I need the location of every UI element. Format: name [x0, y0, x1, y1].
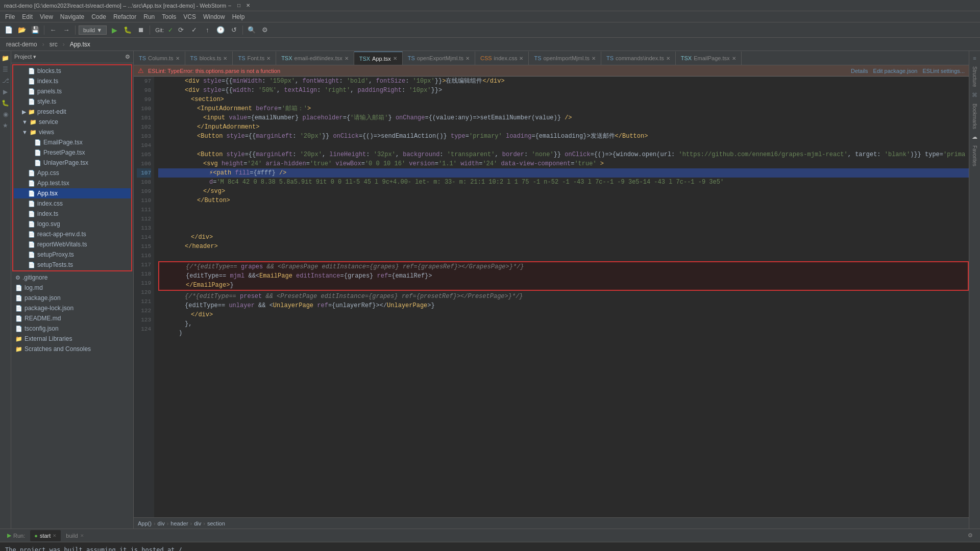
build-selector[interactable]: build ▼	[79, 26, 107, 35]
bottom-tab-start[interactable]: ● start ✕	[30, 530, 61, 541]
tab-email-edit[interactable]: TSX email-edit\index.tsx ✕	[276, 52, 354, 65]
tree-item-style-ts[interactable]: 📄 style.ts	[14, 96, 131, 107]
code-line[interactable]: </header>	[158, 242, 969, 251]
tree-item-package-lock[interactable]: 📄 package-lock.json	[11, 303, 133, 313]
tree-item-setupproxy[interactable]: 📄 setupProxy.ts	[14, 249, 131, 260]
sidebar-project-icon[interactable]: 📁	[1, 53, 11, 63]
tab-open-import[interactable]: TS openImportMjml.ts ✕	[529, 52, 601, 65]
tab-close-icon-2[interactable]: ✕	[223, 56, 227, 61]
git-history-button[interactable]: 🕐	[215, 24, 226, 36]
nav-react-demo[interactable]: react-demo	[4, 40, 39, 49]
new-file-button[interactable]: 📄	[3, 24, 14, 36]
error-eslint-settings-link[interactable]: ESLint settings...	[922, 68, 965, 74]
code-line[interactable]: </Button>	[158, 196, 969, 205]
start-tab-close[interactable]: ✕	[53, 533, 57, 538]
tree-item-reportweb[interactable]: 📄 reportWebVitals.ts	[14, 239, 131, 249]
tree-item-views[interactable]: ▼ 📁 views	[14, 127, 131, 137]
tree-item-scratches[interactable]: 📁 Scratches and Consoles	[11, 344, 133, 354]
code-line[interactable]: },	[158, 319, 969, 329]
tree-item-emailpage[interactable]: 📄 EmailPage.tsx	[14, 137, 131, 147]
rollback-button[interactable]: ↺	[228, 24, 239, 36]
file-tree-settings-icon[interactable]: ⚙	[125, 54, 130, 60]
code-line[interactable]	[158, 214, 969, 223]
menu-help[interactable]: Help	[229, 12, 248, 21]
code-line[interactable]: </div>	[158, 310, 969, 319]
forward-button[interactable]: →	[61, 24, 72, 36]
nav-src[interactable]: src	[47, 40, 60, 49]
bottom-tab-run[interactable]: ▶ Run:	[3, 530, 29, 541]
code-line[interactable]: <div style={{minWidth: '150px', fontWeig…	[158, 77, 969, 86]
tab-close-icon-4[interactable]: ✕	[345, 56, 349, 61]
git-update-button[interactable]: ⟳	[175, 24, 186, 36]
sidebar-structure-icon[interactable]: ☰	[1, 64, 11, 74]
bc-app[interactable]: App()	[138, 520, 152, 527]
tree-item-setuptests[interactable]: 📄 setupTests.ts	[14, 260, 131, 270]
code-line[interactable]: )	[158, 329, 969, 338]
menu-navigate[interactable]: Navigate	[57, 12, 87, 21]
bc-div[interactable]: div	[158, 520, 165, 527]
git-commit-button[interactable]: ✓	[188, 24, 200, 36]
search-button[interactable]: 🔍	[246, 24, 257, 36]
build-tab-close[interactable]: ✕	[80, 533, 84, 538]
code-line[interactable]: <InputAdornment before='邮箱：'>	[158, 104, 969, 113]
tab-close-icon-3[interactable]: ✕	[266, 56, 271, 61]
code-line[interactable]: ⚡ <path fill={#fff} />	[158, 168, 969, 178]
open-button[interactable]: 📂	[16, 24, 28, 36]
code-line[interactable]: d='M 8c4 42 0 8.38 5.8a5.9it 9it 0 0 1l-…	[158, 178, 969, 187]
error-details-link[interactable]: Details	[851, 68, 868, 74]
right-icon-3[interactable]: ☁	[970, 132, 980, 142]
tree-item-index-ts[interactable]: 📄 index.ts	[14, 76, 131, 86]
tree-item-logo-svg[interactable]: 📄 logo.svg	[14, 219, 131, 229]
bottom-settings-btn[interactable]: ⚙	[964, 530, 977, 541]
tree-item-gitignore[interactable]: ⚙ .gitignore	[11, 272, 133, 283]
sidebar-favorites-icon[interactable]: ★	[1, 120, 11, 131]
structure-label[interactable]: Structure	[972, 64, 977, 89]
tree-item-package-json[interactable]: 📄 package.json	[11, 293, 133, 303]
bc-header[interactable]: header	[170, 520, 188, 527]
tree-item-presetpage[interactable]: 📄 PresetPage.tsx	[14, 147, 131, 158]
code-line[interactable]: {editType== mjml &&<EmailPage editInstan…	[159, 271, 968, 281]
bc-div-2[interactable]: div	[194, 520, 201, 527]
right-icon-1[interactable]: ≡	[970, 53, 980, 63]
tree-item-app-tsx[interactable]: 📄 App.tsx	[14, 188, 131, 198]
code-line[interactable]: {/*{editType== grapes && <GrapesPage edi…	[159, 262, 968, 271]
tab-app-tsx[interactable]: TSX App.tsx ✕	[354, 52, 403, 65]
menu-view[interactable]: View	[37, 12, 56, 21]
stop-button[interactable]: ⏹	[135, 24, 146, 36]
bookmarks-label[interactable]: Bookmarks	[972, 102, 977, 131]
minimize-button[interactable]: –	[226, 2, 233, 9]
tree-item-app-test[interactable]: 📄 App.test.tsx	[14, 178, 131, 188]
favorites-label[interactable]: Favorites	[972, 143, 977, 168]
right-icon-2[interactable]: ⌘	[970, 90, 980, 101]
tab-close-icon-9[interactable]: ✕	[666, 56, 670, 61]
code-line[interactable]: </InputAdornment>	[158, 122, 969, 132]
bc-section[interactable]: section	[207, 520, 225, 527]
tree-item-app-css[interactable]: 📄 App.css	[14, 168, 131, 178]
menu-edit[interactable]: Edit	[19, 12, 36, 21]
code-line[interactable]: {/*{editType== preset && <PresetPage edi…	[158, 292, 969, 301]
tree-item-external-libs[interactable]: 📁 External Libraries	[11, 334, 133, 344]
tab-close-icon-5[interactable]: ✕	[393, 56, 397, 61]
tree-item-service[interactable]: ▼ 📁 service	[14, 117, 131, 127]
maximize-button[interactable]: □	[235, 2, 242, 9]
tree-item-blocks-ts[interactable]: 📄 blocks.ts	[14, 66, 131, 76]
tree-item-react-env[interactable]: 📄 react-app-env.d.ts	[14, 229, 131, 239]
code-line[interactable]: <Button style={{marginLeft: '20px', line…	[158, 150, 969, 159]
git-push-button[interactable]: ↑	[202, 24, 213, 36]
menu-code[interactable]: Code	[88, 12, 109, 21]
settings-button[interactable]: ⚙	[259, 24, 271, 36]
tree-item-preset-edit[interactable]: ▶ 📁 preset-edit	[14, 107, 131, 117]
sidebar-npm-icon[interactable]: ◉	[1, 109, 11, 119]
debug-button[interactable]: 🐛	[122, 24, 133, 36]
menu-file[interactable]: File	[2, 12, 18, 21]
menu-run[interactable]: Run	[140, 12, 158, 21]
tab-commands[interactable]: TS commands\index.ts ✕	[601, 52, 676, 65]
tab-close-icon[interactable]: ✕	[176, 56, 180, 61]
tree-item-index-ts-2[interactable]: 📄 index.ts	[14, 209, 131, 219]
code-line[interactable]: <Button style={{marginLeft: '20px'}} onC…	[158, 132, 969, 141]
code-line[interactable]: <svg height='24' aria-hidden='true' view…	[158, 159, 969, 168]
close-button[interactable]: ✕	[244, 2, 252, 9]
code-line[interactable]: </svg>	[158, 187, 969, 196]
menu-window[interactable]: Window	[200, 12, 228, 21]
sidebar-git-icon[interactable]: ⎇	[1, 76, 11, 86]
